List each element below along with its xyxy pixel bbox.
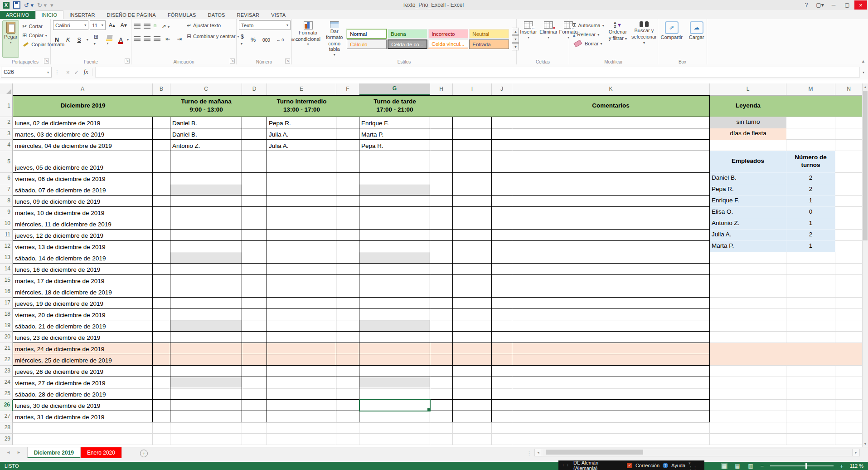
row-header-1[interactable]: 1 (0, 95, 13, 117)
fill-handle[interactable] (427, 408, 430, 411)
style-buena[interactable]: Buena (388, 29, 427, 39)
align-middle-icon[interactable] (144, 24, 150, 29)
cell-H12[interactable] (430, 241, 453, 252)
cell-I6[interactable] (453, 173, 492, 184)
cell-G27[interactable] (359, 411, 430, 422)
cell-M29[interactable] (786, 434, 835, 445)
row-header-27[interactable]: 27 (0, 411, 13, 422)
cell-K6[interactable] (512, 173, 710, 184)
help-label[interactable]: Ayuda (671, 463, 685, 468)
cell-C17[interactable] (170, 298, 242, 309)
cell-F12[interactable] (336, 241, 359, 252)
cell-E21[interactable] (267, 343, 336, 354)
row-header-22[interactable]: 22 (0, 354, 13, 366)
cell-B17[interactable] (153, 298, 170, 309)
cell-I13[interactable] (453, 252, 492, 264)
row-header-8[interactable]: 8 (0, 196, 13, 207)
cell-H6[interactable] (430, 173, 453, 184)
cell-N10[interactable] (835, 218, 863, 230)
ribbon-tab-dise-o-de-p-gina[interactable]: DISEÑO DE PÁGINA (101, 11, 162, 19)
cell-E25[interactable] (267, 388, 336, 400)
cell-H22[interactable] (430, 354, 453, 366)
cell-L18[interactable] (710, 309, 786, 320)
cell-F7[interactable] (336, 184, 359, 196)
formula-input[interactable] (95, 67, 860, 78)
cell-C8[interactable] (170, 196, 242, 207)
cell-J28[interactable] (492, 422, 512, 434)
ribbon-tab-datos[interactable]: DATOS (202, 11, 231, 19)
cell-M19[interactable] (786, 320, 835, 332)
cell-N21[interactable] (835, 343, 863, 354)
cell-E22[interactable] (267, 354, 336, 366)
fill-button[interactable]: ⤓ Rellenar ▾ (572, 30, 606, 39)
cell-C20[interactable] (170, 332, 242, 343)
cell-H17[interactable] (430, 298, 453, 309)
cell-M16[interactable] (786, 286, 835, 298)
ribbon-tab-archivo[interactable]: ARCHIVO (0, 11, 35, 19)
save-icon[interactable] (13, 1, 20, 9)
cell-C9[interactable] (170, 207, 242, 218)
cell-K10[interactable] (512, 218, 710, 230)
cell-E18[interactable] (267, 309, 336, 320)
cell-F2[interactable] (336, 117, 359, 128)
cell-F29[interactable] (336, 434, 359, 445)
cell-F9[interactable] (336, 207, 359, 218)
clipboard-dialog-launcher-icon[interactable]: ↘ (44, 59, 49, 64)
cell-A24[interactable]: viernes, 27 de diciembre de 2019 (13, 377, 153, 388)
zoom-out-icon[interactable]: − (760, 463, 764, 469)
cell-D8[interactable] (242, 196, 267, 207)
cell-N3[interactable] (835, 128, 863, 140)
cell-I5[interactable] (453, 151, 492, 173)
cell-D7[interactable] (242, 184, 267, 196)
cell-K18[interactable] (512, 309, 710, 320)
row-header-14[interactable]: 14 (0, 264, 13, 275)
cell-L23[interactable] (710, 366, 786, 377)
cell-N17[interactable] (835, 298, 863, 309)
cell-B4[interactable] (153, 140, 170, 151)
cell-N28[interactable] (835, 422, 863, 434)
cell-E3[interactable]: Julia A. (267, 128, 336, 140)
cell-F16[interactable] (336, 286, 359, 298)
sheet-nav-left-icon[interactable]: ◄ (6, 450, 10, 455)
cell-A8[interactable]: lunes, 09 de diciembre de 2019 (13, 196, 153, 207)
cell-K15[interactable] (512, 275, 710, 286)
cell-E26[interactable] (267, 400, 336, 411)
find-select-button[interactable]: Buscar y seleccionar ▾ (630, 20, 658, 58)
cell-M18[interactable] (786, 309, 835, 320)
cell-M23[interactable] (786, 366, 835, 377)
cell-B11[interactable] (153, 230, 170, 241)
cell-B25[interactable] (153, 388, 170, 400)
col-header-I[interactable]: I (453, 83, 492, 95)
cell-K24[interactable] (512, 377, 710, 388)
row-header-19[interactable]: 19 (0, 320, 13, 332)
cell-N20[interactable] (835, 332, 863, 343)
clear-button[interactable]: Borrar ▾ (572, 39, 606, 48)
style-neutral[interactable]: Neutral (469, 29, 509, 39)
cell-L4[interactable] (710, 140, 786, 151)
row-header-16[interactable]: 16 (0, 286, 13, 298)
ribbon-tab-f-rmulas[interactable]: FÓRMULAS (162, 11, 202, 19)
cell-D21[interactable] (242, 343, 267, 354)
col-header-G[interactable]: G (359, 83, 430, 95)
cell-C2[interactable]: Daniel B. (170, 117, 242, 128)
cell-A22[interactable]: miércoles, 25 de diciembre de 2019 (13, 354, 153, 366)
cell-H23[interactable] (430, 366, 453, 377)
view-page-break-icon[interactable]: ▥ (747, 463, 754, 469)
cell-D29[interactable] (242, 434, 267, 445)
col-header-N[interactable]: N (835, 83, 863, 95)
cell-K9[interactable] (512, 207, 710, 218)
insert-function-icon[interactable]: fx (84, 69, 88, 76)
cell-A14[interactable]: lunes, 16 de diciembre de 2019 (13, 264, 153, 275)
cell-G2[interactable]: Enrique F. (359, 117, 430, 128)
cell-C7[interactable] (170, 184, 242, 196)
new-sheet-icon[interactable]: + (140, 450, 148, 457)
cell-E17[interactable] (267, 298, 336, 309)
horizontal-scrollbar[interactable]: ⋮ ◄ ► (527, 449, 860, 456)
cell-N26[interactable] (835, 400, 863, 411)
cell-I7[interactable] (453, 184, 492, 196)
cell-G25[interactable] (359, 388, 430, 400)
comma-format-icon[interactable]: 000 (261, 37, 272, 43)
cell-C25[interactable] (170, 388, 242, 400)
conditional-formatting-button[interactable]: Formato condicional ▾ (294, 20, 322, 58)
cell-K22[interactable] (512, 354, 710, 366)
